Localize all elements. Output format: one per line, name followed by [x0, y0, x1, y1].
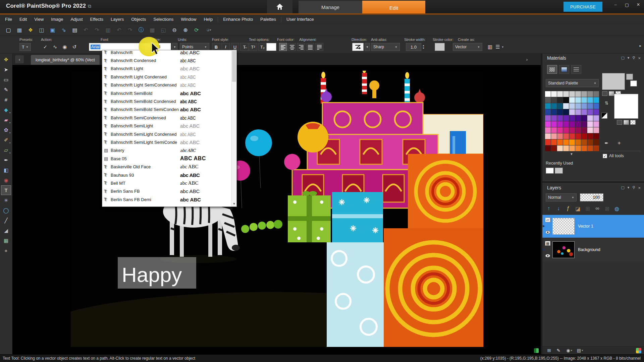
- color-swatch[interactable]: [575, 97, 581, 103]
- menu-image[interactable]: Image: [47, 15, 67, 24]
- menu-effects[interactable]: Effects: [87, 15, 107, 24]
- color-swatch[interactable]: [563, 127, 569, 133]
- color-swatch[interactable]: [563, 103, 569, 109]
- color-swatch[interactable]: [587, 91, 593, 97]
- color-swatch[interactable]: [557, 115, 563, 121]
- color-swatch[interactable]: [581, 121, 587, 127]
- lock-icon[interactable]: ⊠: [603, 205, 611, 212]
- layer-row[interactable]: ▶ Vector 1: [542, 215, 644, 238]
- close-panel-icon[interactable]: [638, 56, 641, 61]
- color-swatch[interactable]: [575, 103, 581, 109]
- oval-tool[interactable]: ◯: [1, 206, 11, 215]
- color-swatch[interactable]: [557, 97, 563, 103]
- color-swatch[interactable]: [587, 127, 593, 133]
- canvas-text[interactable]: Happy: [122, 263, 182, 286]
- move-down-icon[interactable]: ↓: [555, 205, 562, 212]
- edit-icon[interactable]: ✎: [555, 347, 562, 354]
- background-color-chip[interactable]: [614, 94, 638, 119]
- color-swatch[interactable]: [557, 109, 563, 115]
- canvas-corner-icon[interactable]: [534, 348, 539, 353]
- warp-brush-tool[interactable]: ✳: [1, 196, 11, 205]
- bg-pattern-button[interactable]: [630, 120, 636, 125]
- eraser-tool[interactable]: ▰: [1, 115, 11, 124]
- color-swatch[interactable]: [575, 115, 581, 121]
- color-swatch[interactable]: [575, 139, 581, 145]
- color-swatch[interactable]: [569, 145, 575, 151]
- line-tool[interactable]: ╱: [1, 216, 11, 225]
- color-swatch[interactable]: [575, 145, 581, 151]
- all-tools-checkbox[interactable]: ✓: [603, 154, 607, 158]
- add-tool[interactable]: +: [1, 246, 11, 255]
- font-color-swatch[interactable]: [266, 43, 276, 51]
- color-swatch[interactable]: [569, 121, 575, 127]
- layer-thumbnail[interactable]: [552, 218, 575, 235]
- color-swatch[interactable]: [569, 133, 575, 139]
- link-icon[interactable]: ∞: [594, 205, 601, 212]
- shape-tool[interactable]: ▱: [1, 145, 11, 155]
- font-list-item[interactable]: Bakery abc ABC: [102, 146, 236, 155]
- color-swatch[interactable]: [551, 97, 557, 103]
- color-swatch[interactable]: [557, 133, 563, 139]
- menu-file[interactable]: File: [1, 15, 16, 24]
- color-swatch[interactable]: [587, 115, 593, 121]
- text-tool[interactable]: T: [1, 186, 11, 195]
- color-swatch[interactable]: [545, 121, 551, 127]
- align-left-button[interactable]: [279, 43, 287, 51]
- color-swatch[interactable]: [563, 91, 569, 97]
- color-swatch[interactable]: [593, 127, 599, 133]
- color-swatch[interactable]: [551, 133, 557, 139]
- foreground-color-chip[interactable]: [602, 73, 625, 90]
- fg-color-button[interactable]: [602, 91, 607, 96]
- stroke-width-stepper[interactable]: ▲▼: [422, 44, 425, 50]
- direction-dropdown-button[interactable]: ▼: [365, 43, 370, 51]
- font-list-item[interactable]: Bahnschrift SemiLight abc ABC: [102, 122, 236, 130]
- color-swatch[interactable]: [557, 145, 563, 151]
- color-swatch[interactable]: [551, 145, 557, 151]
- font-list-item[interactable]: Base 05 ABC ABC: [102, 155, 236, 163]
- new-icon[interactable]: ▢: [4, 25, 13, 34]
- color-swatch[interactable]: [581, 127, 587, 133]
- tab-scroll-left-icon[interactable]: ‹: [15, 55, 24, 63]
- color-swatch[interactable]: [563, 121, 569, 127]
- selection-tool[interactable]: ▭: [1, 75, 11, 84]
- color-swatch[interactable]: [587, 133, 593, 139]
- color-swatch[interactable]: [545, 145, 551, 151]
- color-swatch[interactable]: [587, 121, 593, 127]
- layer-visibility-icon[interactable]: [545, 253, 550, 259]
- menu-user-interface[interactable]: User Interface: [283, 15, 318, 24]
- color-swatch[interactable]: [587, 97, 593, 103]
- more-options-menu[interactable]: ☰▼: [495, 43, 504, 51]
- minimize-button[interactable]: [610, 0, 621, 9]
- canvas-area[interactable]: Happy: [12, 65, 541, 354]
- gradients-tab[interactable]: [559, 65, 569, 74]
- blend-mode-dropdown[interactable]: Normal▼: [546, 193, 577, 201]
- dropdown-scrollbar[interactable]: ▼: [231, 50, 236, 206]
- pen-tool[interactable]: ✒: [1, 156, 11, 165]
- color-swatch[interactable]: [593, 139, 599, 145]
- color-swatch[interactable]: [551, 103, 557, 109]
- menu-edit[interactable]: Edit: [16, 15, 31, 24]
- color-swatch[interactable]: [593, 109, 599, 115]
- color-swatch[interactable]: [557, 121, 563, 127]
- color-swatch[interactable]: [581, 109, 587, 115]
- color-swatch[interactable]: [575, 91, 581, 97]
- recent-swatch[interactable]: [555, 168, 563, 174]
- float-panel-icon[interactable]: [621, 185, 624, 190]
- dropper-tool[interactable]: ✎: [1, 85, 11, 94]
- color-swatch[interactable]: [587, 139, 593, 145]
- font-list-item[interactable]: Bahnschrift Light SemiCondensed abc ABC: [102, 81, 236, 89]
- bg-color-button[interactable]: [617, 120, 622, 125]
- stroke-chip[interactable]: [626, 74, 633, 80]
- fill-chip[interactable]: [630, 80, 637, 86]
- color-swatch[interactable]: [593, 145, 599, 151]
- color-swatch[interactable]: [569, 97, 575, 103]
- font-list-item[interactable]: Bahnschrift Light abc ABC: [102, 65, 236, 73]
- purchase-button[interactable]: PURCHASE: [564, 2, 602, 12]
- new-layer-icon[interactable]: ⊞: [546, 347, 552, 354]
- refresh-icon[interactable]: ⟳: [192, 25, 201, 34]
- save-icon[interactable]: ▣: [48, 25, 57, 34]
- browse-icon[interactable]: ▦: [15, 25, 24, 34]
- color-replacer-tool[interactable]: ◉: [1, 176, 11, 185]
- menu-enhance-photo[interactable]: Enhance Photo: [219, 15, 257, 24]
- visibility-icon[interactable]: ◉: [566, 347, 573, 354]
